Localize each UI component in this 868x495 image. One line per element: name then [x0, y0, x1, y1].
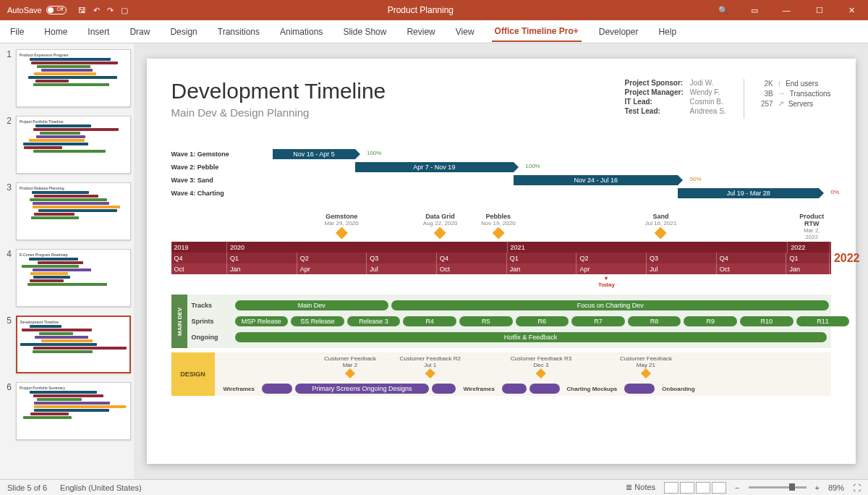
maindev-lane: MAIN DEV TracksMain DevFocus on Charting… [171, 295, 831, 348]
tab-slide-show[interactable]: Slide Show [340, 22, 389, 41]
close-icon[interactable]: ✕ [835, 0, 868, 20]
waves-section: Wave 1: GemstoneNov 16 - Apr 5100%Wave 2… [171, 148, 831, 200]
tab-review[interactable]: Review [404, 22, 438, 41]
language-indicator[interactable]: English (United States) [60, 483, 142, 492]
tab-design[interactable]: Design [167, 22, 200, 41]
slide-canvas: Development Timeline Main Dev & Design P… [134, 43, 868, 479]
slide-thumbnail[interactable]: E-Comm Program Roadmap [16, 249, 131, 307]
notes-button[interactable]: ≣ Notes [626, 483, 655, 492]
tab-transitions[interactable]: Transitions [215, 22, 263, 41]
slide-thumbnail[interactable]: Product Expansion Program [16, 49, 131, 107]
slide-title: Development Timeline [171, 79, 386, 103]
project-meta: Project Sponsor:Jodi W.Project Manager:W… [625, 79, 831, 119]
minimize-icon[interactable]: — [770, 0, 803, 20]
slide-thumbnail[interactable]: Project Portfolio Timeline [16, 116, 131, 174]
slide-counter: Slide 5 of 6 [7, 483, 47, 492]
tab-home[interactable]: Home [41, 22, 70, 41]
undo-icon[interactable]: ↶ [93, 6, 100, 15]
today-marker: Today [598, 275, 615, 288]
slideshow-view-icon[interactable] [712, 482, 726, 494]
tab-office-timeline-pro-[interactable]: Office Timeline Pro+ [492, 22, 582, 42]
window-title: Product Planning [132, 5, 709, 15]
save-icon[interactable]: 🖫 [78, 6, 86, 15]
design-lane-label: DESIGN [171, 352, 215, 396]
slide-content[interactable]: Development Timeline Main Dev & Design P… [147, 59, 856, 464]
design-lane: DESIGN Customer FeedbackMar 2Customer Fe… [171, 352, 831, 396]
slide-thumbnail[interactable]: Project Portfolio Summary [16, 382, 131, 440]
title-bar: AutoSave Off 🖫 ↶ ↷ ▢ Product Planning 🔍 … [0, 0, 868, 20]
slide-thumbnail[interactable]: Product Release Planning [16, 182, 131, 240]
zoom-level[interactable]: 89% [828, 483, 844, 492]
autosave-toggle[interactable]: AutoSave Off [0, 6, 74, 14]
time-band: 2019202020212022 Q4Q1Q2Q3Q4Q1Q2Q3Q4Q1 Oc… [171, 242, 831, 274]
milestones-row: GemstoneMar 29, 2020Data GridAug 22, 202… [171, 213, 831, 242]
slide-thumbnails: 1Product Expansion Program2Project Portf… [0, 43, 134, 479]
search-icon[interactable]: 🔍 [709, 6, 738, 15]
zoom-slider[interactable] [749, 486, 807, 488]
maximize-icon[interactable]: ☐ [803, 0, 835, 20]
sorter-view-icon[interactable] [680, 482, 694, 494]
tab-file[interactable]: File [7, 22, 27, 41]
tab-help[interactable]: Help [655, 22, 679, 41]
slide-subtitle: Main Dev & Design Planning [171, 106, 386, 119]
reading-view-icon[interactable] [696, 482, 710, 494]
ribbon-tabs: FileHomeInsertDrawDesignTransitionsAnima… [0, 20, 868, 43]
redo-icon[interactable]: ↷ [107, 6, 114, 15]
slide-thumbnail[interactable]: Development Timeline [16, 316, 131, 373]
maindev-lane-label: MAIN DEV [171, 295, 187, 348]
slideshow-icon[interactable]: ▢ [121, 6, 128, 15]
tab-developer[interactable]: Developer [596, 22, 642, 41]
zoom-in-icon[interactable]: + [815, 483, 820, 492]
fit-view-icon[interactable]: ⛶ [853, 483, 861, 492]
tab-insert[interactable]: Insert [85, 22, 112, 41]
tab-animations[interactable]: Animations [277, 22, 326, 41]
status-bar: Slide 5 of 6 English (United States) ≣ N… [0, 479, 868, 495]
zoom-out-icon[interactable]: − [735, 483, 739, 492]
ribbon-options-icon[interactable]: ▭ [738, 0, 770, 20]
normal-view-icon[interactable] [664, 482, 678, 494]
tab-draw[interactable]: Draw [127, 22, 153, 41]
tab-view[interactable]: View [453, 22, 477, 41]
year-end-label: 2022 [834, 252, 860, 265]
